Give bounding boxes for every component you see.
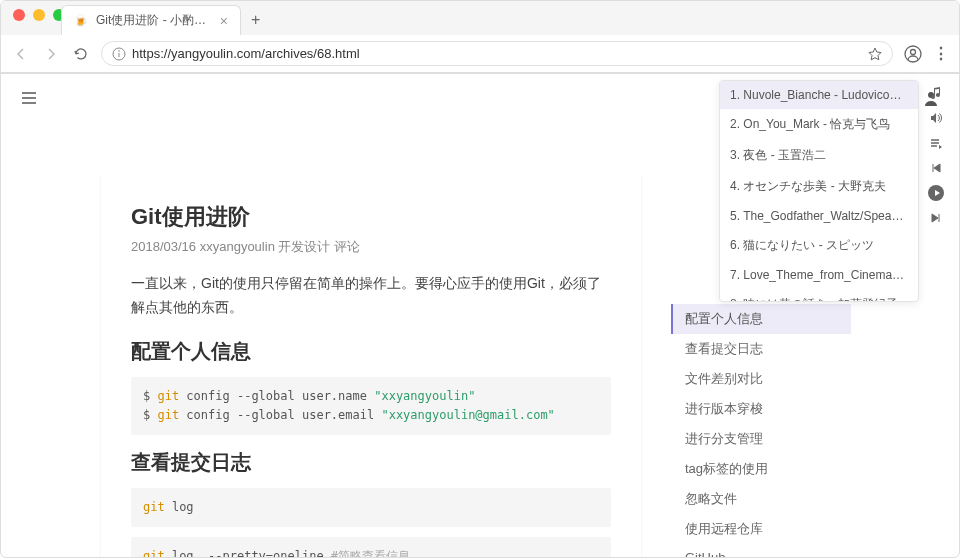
article-card: Git使用进阶 2018/03/16 xxyangyoulin 开发设计 评论 …	[101, 174, 641, 558]
window-minimize-button[interactable]	[33, 9, 45, 21]
toc-item[interactable]: 忽略文件	[671, 484, 851, 514]
forward-button[interactable]	[41, 44, 61, 64]
tab-favicon-icon: 🍺	[74, 14, 88, 28]
article-body: 一直以来，Git的使用只停留在简单的操作上。要得心应手的使用Git，必须了解点其…	[131, 272, 611, 558]
code-block-config: $ git config --global user.name "xxyangy…	[131, 377, 611, 435]
url-text: https://yangyoulin.com/archives/68.html	[132, 46, 862, 61]
tab-title: Git使用进阶 - 小酌一杯	[96, 12, 212, 29]
toc-sidebar: 配置个人信息 查看提交日志 文件差别对比 进行版本穿梭 进行分支管理 tag标签…	[671, 304, 851, 558]
music-player: 1. Nuvole_Bianche - Ludovico_Ein... 2. O…	[719, 80, 919, 302]
svg-point-4	[911, 49, 916, 54]
toc-item[interactable]: 配置个人信息	[671, 304, 851, 334]
article-meta: 2018/03/16 xxyangyoulin 开发设计 评论	[131, 238, 611, 256]
track-item[interactable]: 5. The_Godfather_Waltz/Speak_S...	[720, 202, 918, 230]
window-close-button[interactable]	[13, 9, 25, 21]
prev-track-button[interactable]	[928, 160, 944, 176]
menu-icon[interactable]	[19, 88, 39, 108]
meta-date: 2018/03/16	[131, 239, 196, 254]
track-item[interactable]: 2. On_You_Mark - 恰克与飞鸟	[720, 109, 918, 140]
address-bar: https://yangyoulin.com/archives/68.html …	[1, 35, 959, 73]
music-note-icon[interactable]	[928, 85, 944, 101]
playlist: 1. Nuvole_Bianche - Ludovico_Ein... 2. O…	[720, 81, 918, 301]
article-main: Git使用进阶 2018/03/16 xxyangyoulin 开发设计 评论 …	[101, 174, 641, 558]
section-log-title: 查看提交日志	[131, 449, 611, 476]
volume-icon[interactable]	[928, 110, 944, 126]
browser-tab[interactable]: 🍺 Git使用进阶 - 小酌一杯 ×	[61, 5, 241, 35]
track-item[interactable]: 8. 時には昔の話を - 加藤登紀子	[720, 289, 918, 301]
article-intro: 一直以来，Git的使用只停留在简单的操作上。要得心应手的使用Git，必须了解点其…	[131, 272, 611, 320]
url-field[interactable]: https://yangyoulin.com/archives/68.html	[101, 41, 893, 66]
toc-item[interactable]: 文件差别对比	[671, 364, 851, 394]
toc-item[interactable]: 使用远程仓库	[671, 514, 851, 544]
svg-point-2	[118, 50, 120, 52]
player-controls	[928, 85, 944, 226]
browser-menu-button[interactable]: ⋮	[933, 44, 949, 63]
section-config-title: 配置个人信息	[131, 338, 611, 365]
toc-item[interactable]: 进行分支管理	[671, 424, 851, 454]
page-content: Git使用进阶 2018/03/16 xxyangyoulin 开发设计 评论 …	[1, 74, 959, 558]
track-item[interactable]: 6. 猫になりたい - スピッツ	[720, 230, 918, 261]
track-item[interactable]: 3. 夜色 - 玉置浩二	[720, 140, 918, 171]
site-info-icon[interactable]	[112, 47, 126, 61]
profile-button[interactable]	[903, 44, 923, 64]
browser-chrome: 🍺 Git使用进阶 - 小酌一杯 × + https://yangyoulin.…	[1, 1, 959, 74]
track-item[interactable]: 7. Love_Theme_from_Cinema_Par...	[720, 261, 918, 289]
meta-category[interactable]: 开发设计	[278, 239, 330, 254]
toc-item[interactable]: tag标签的使用	[671, 454, 851, 484]
toc-item[interactable]: 进行版本穿梭	[671, 394, 851, 424]
tab-bar: 🍺 Git使用进阶 - 小酌一杯 × +	[1, 5, 959, 35]
new-tab-button[interactable]: +	[241, 5, 270, 35]
close-icon[interactable]: ×	[220, 13, 228, 29]
track-item[interactable]: 1. Nuvole_Bianche - Ludovico_Ein...	[720, 81, 918, 109]
code-block-log2: git log --pretty=oneline #简略查看信息	[131, 537, 611, 558]
track-item[interactable]: 4. オセンチな歩美 - 大野克夫	[720, 171, 918, 202]
code-block-log1: git log	[131, 488, 611, 527]
play-button[interactable]	[928, 185, 944, 201]
bookmark-star-icon[interactable]	[868, 47, 882, 61]
next-track-button[interactable]	[928, 210, 944, 226]
reload-button[interactable]	[71, 44, 91, 64]
toc-item[interactable]: GitHub	[671, 544, 851, 558]
playlist-queue-icon[interactable]	[928, 135, 944, 151]
back-button[interactable]	[11, 44, 31, 64]
meta-author[interactable]: xxyangyoulin	[200, 239, 275, 254]
article-title: Git使用进阶	[131, 202, 611, 232]
toc-item[interactable]: 查看提交日志	[671, 334, 851, 364]
meta-comments[interactable]: 评论	[334, 239, 360, 254]
